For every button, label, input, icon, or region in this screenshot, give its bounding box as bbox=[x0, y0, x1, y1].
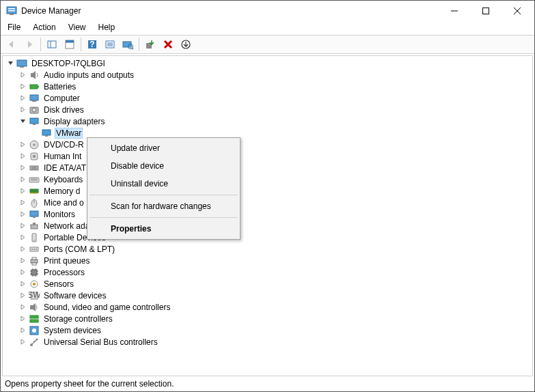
tree-category-dvd[interactable]: DVD/CD-R bbox=[3, 139, 532, 150]
expand-icon[interactable] bbox=[18, 210, 27, 219]
tree-category-sound[interactable]: Sound, video and game controllers bbox=[3, 301, 532, 313]
sound-icon bbox=[29, 302, 40, 313]
expand-icon[interactable] bbox=[18, 186, 27, 196]
tree-category-hid[interactable]: Human Int bbox=[3, 150, 532, 162]
uninstall-device-button[interactable] bbox=[160, 36, 176, 53]
expand-icon[interactable] bbox=[18, 279, 27, 289]
menu-file[interactable]: File bbox=[2, 21, 26, 33]
tree-category-portable[interactable]: Portable Devices bbox=[3, 232, 532, 243]
tree-category-sensor[interactable]: Sensors bbox=[3, 278, 532, 290]
svg-rect-30 bbox=[32, 100, 36, 102]
action-toolbar-button[interactable] bbox=[102, 36, 118, 53]
tree-item-label: Audio inputs and outputs bbox=[42, 70, 135, 80]
ctx-disable-device[interactable]: Disable device bbox=[89, 157, 238, 175]
expand-icon[interactable] bbox=[18, 70, 27, 80]
svg-line-21 bbox=[132, 48, 133, 49]
tree-category-audio[interactable]: Audio inputs and outputs bbox=[3, 69, 532, 81]
expand-icon[interactable] bbox=[18, 105, 27, 115]
menu-help[interactable]: Help bbox=[93, 21, 121, 33]
expand-icon[interactable] bbox=[18, 94, 27, 103]
tree-category-usb[interactable]: Universal Serial Bus controllers bbox=[3, 336, 532, 348]
menu-view[interactable]: View bbox=[63, 21, 92, 33]
print-icon bbox=[29, 255, 40, 266]
close-button[interactable] bbox=[502, 1, 533, 21]
properties-button[interactable] bbox=[61, 36, 78, 53]
tree-category-storage[interactable]: Storage controllers bbox=[3, 313, 532, 324]
tree-category-display[interactable]: Display adapters bbox=[3, 115, 532, 127]
expand-icon[interactable] bbox=[18, 152, 27, 161]
help-button[interactable]: ? bbox=[84, 36, 100, 53]
ctx-uninstall-device[interactable]: Uninstall device bbox=[89, 175, 238, 193]
tree-category-mouse[interactable]: Mice and o bbox=[3, 197, 532, 208]
svg-point-65 bbox=[36, 249, 37, 250]
expand-icon[interactable] bbox=[18, 233, 27, 242]
tree-item-label: Human Int bbox=[42, 152, 83, 161]
expand-icon[interactable] bbox=[18, 326, 27, 335]
tree-root[interactable]: DESKTOP-I7QLBGI bbox=[3, 57, 532, 69]
expand-icon[interactable] bbox=[18, 268, 27, 277]
update-driver-button[interactable] bbox=[142, 36, 159, 53]
maximize-button[interactable] bbox=[470, 1, 502, 21]
svg-rect-33 bbox=[30, 118, 38, 124]
tree-category-system[interactable]: System devices bbox=[3, 324, 532, 336]
expand-icon[interactable] bbox=[18, 337, 27, 347]
tree-item-label: Keyboards bbox=[42, 175, 84, 184]
expand-icon[interactable] bbox=[18, 303, 27, 312]
expand-icon[interactable] bbox=[18, 256, 27, 266]
window-title: Device Manager bbox=[21, 6, 439, 16]
ports-icon bbox=[29, 244, 40, 255]
tree-item-label: Ports (COM & LPT) bbox=[42, 244, 116, 254]
menu-action[interactable]: Action bbox=[27, 21, 61, 33]
expand-icon[interactable] bbox=[18, 140, 27, 150]
tree-category-memory[interactable]: Memory d bbox=[3, 185, 532, 197]
forward-button[interactable] bbox=[21, 36, 38, 53]
svg-point-86 bbox=[32, 328, 36, 333]
expand-icon[interactable] bbox=[18, 291, 27, 300]
ctx-scan-hardware[interactable]: Scan for hardware changes bbox=[89, 197, 238, 215]
expand-icon[interactable] bbox=[18, 244, 27, 254]
minimize-button[interactable] bbox=[439, 1, 470, 21]
svg-point-79 bbox=[33, 283, 36, 285]
display-icon bbox=[29, 116, 40, 127]
computerRoot-icon bbox=[16, 58, 27, 69]
tree-category-print[interactable]: Print queues bbox=[3, 255, 532, 266]
tree-device-display[interactable]: VMwar bbox=[3, 127, 532, 139]
svg-rect-8 bbox=[48, 41, 56, 48]
expand-icon[interactable] bbox=[18, 198, 27, 208]
svg-rect-25 bbox=[20, 66, 24, 68]
svg-rect-26 bbox=[31, 73, 33, 77]
tree-item-label: Display adapters bbox=[42, 117, 106, 126]
svg-rect-56 bbox=[30, 211, 38, 216]
tree-item-label: DESKTOP-I7QLBGI bbox=[30, 59, 107, 68]
expand-icon[interactable] bbox=[18, 82, 27, 92]
collapse-icon[interactable] bbox=[18, 117, 27, 126]
battery-icon bbox=[29, 81, 40, 92]
ctx-update-driver[interactable]: Update driver bbox=[89, 139, 238, 157]
svg-rect-28 bbox=[38, 86, 39, 87]
cpu-icon bbox=[29, 267, 40, 278]
scan-hardware-button[interactable] bbox=[120, 36, 136, 53]
device-tree[interactable]: DESKTOP-I7QLBGIAudio inputs and outputsB… bbox=[2, 55, 533, 376]
tree-category-cpu[interactable]: Processors bbox=[3, 266, 532, 278]
tree-category-keyboard[interactable]: Keyboards bbox=[3, 173, 532, 185]
tree-category-disk[interactable]: Disk drives bbox=[3, 104, 532, 115]
expand-icon[interactable] bbox=[18, 175, 27, 184]
expand-icon[interactable] bbox=[18, 221, 27, 231]
tree-category-ide[interactable]: IDE ATA/AT bbox=[3, 162, 532, 173]
tree-category-ports[interactable]: Ports (COM & LPT) bbox=[3, 243, 532, 255]
ctx-properties[interactable]: Properties bbox=[89, 220, 238, 238]
expand-icon[interactable] bbox=[18, 163, 27, 173]
show-hide-console-tree-button[interactable] bbox=[44, 36, 60, 53]
tree-item-label: Sound, video and game controllers bbox=[42, 303, 172, 312]
sensor-icon bbox=[29, 279, 40, 290]
tree-category-monitor[interactable]: Monitors bbox=[3, 208, 532, 220]
back-button[interactable] bbox=[3, 36, 20, 53]
tree-category-computer[interactable]: Computer bbox=[3, 92, 532, 104]
expand-icon[interactable] bbox=[18, 314, 27, 324]
tree-category-battery[interactable]: Batteries bbox=[3, 81, 532, 92]
tree-category-software[interactable]: SWSoftware devices bbox=[3, 290, 532, 301]
disable-device-button[interactable] bbox=[178, 36, 194, 53]
tree-category-network[interactable]: Network adapters bbox=[3, 220, 532, 232]
svg-rect-5 bbox=[483, 8, 489, 14]
collapse-icon[interactable] bbox=[5, 59, 15, 68]
